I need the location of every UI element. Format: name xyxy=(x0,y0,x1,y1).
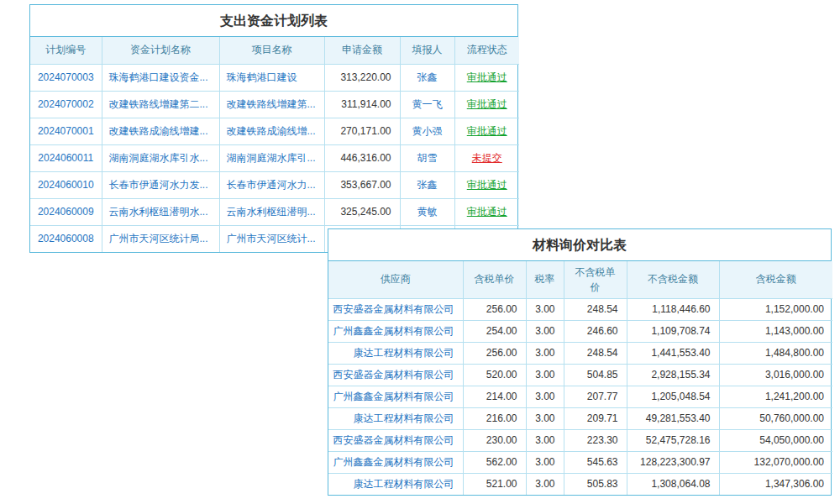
material-cell-tax-rate: 3.00 xyxy=(526,386,564,407)
expense-cell-project-name[interactable]: 改建铁路成渝线增... xyxy=(219,118,324,144)
material-cell-price-excl-tax: 545.63 xyxy=(564,451,627,473)
expense-cell-project-name[interactable]: 湖南洞庭湖水库引... xyxy=(219,144,324,171)
expense-table-body: 2024070003珠海鹤港口建设资金...珠海鹤港口建设313,220.00张… xyxy=(30,64,519,252)
material-cell-amount-excl-tax: 1,441,553.40 xyxy=(627,342,719,364)
material-table-row: 西安盛器金属材料有限公司230.003.00223.3052,475,728.1… xyxy=(328,429,832,451)
material-table-row: 康达工程材料有限公司256.003.00248.541,441,553.401,… xyxy=(328,342,832,364)
material-col-supplier: 供应商 xyxy=(328,261,463,298)
material-cell-amount-incl-tax: 1,152,000.00 xyxy=(719,298,832,320)
expense-cell-filler[interactable]: 黄一飞 xyxy=(400,91,454,118)
material-cell-price-excl-tax: 504.85 xyxy=(564,364,627,386)
expense-cell-filler[interactable]: 胡雪 xyxy=(400,144,454,171)
expense-cell-plan-name[interactable]: 改建铁路线增建第二... xyxy=(102,91,219,118)
material-col-price-incl-tax: 含税单价 xyxy=(463,261,526,298)
material-cell-supplier[interactable]: 康达工程材料有限公司 xyxy=(328,342,463,364)
expense-cell-project-name[interactable]: 改建铁路线增建第... xyxy=(219,91,324,118)
material-cell-supplier[interactable]: 西安盛器金属材料有限公司 xyxy=(328,298,463,320)
material-cell-amount-incl-tax: 1,484,800.00 xyxy=(719,342,832,364)
material-cell-amount-incl-tax: 50,760,000.00 xyxy=(719,407,832,429)
material-cell-amount-excl-tax: 49,281,553.40 xyxy=(627,407,719,429)
material-cell-supplier[interactable]: 广州鑫鑫金属材料有限公司 xyxy=(328,386,463,407)
material-table-row: 康达工程材料有限公司216.003.00209.7149,281,553.405… xyxy=(328,407,832,429)
material-cell-tax-rate: 3.00 xyxy=(526,298,564,320)
material-header-row: 供应商含税单价税率不含税单价不含税金额含税金额 xyxy=(328,261,832,298)
material-table-row: 广州鑫鑫金属材料有限公司214.003.00207.771,205,048.54… xyxy=(328,386,832,407)
expense-cell-plan-id[interactable]: 2024070002 xyxy=(30,91,102,118)
material-cell-price-incl-tax: 521.00 xyxy=(463,473,526,495)
expense-cell-status[interactable]: 审批通过 xyxy=(454,91,519,118)
material-inquiry-title: 材料询价对比表 xyxy=(328,229,831,261)
material-cell-price-excl-tax: 505.83 xyxy=(564,473,627,495)
expense-cell-plan-id[interactable]: 2024060010 xyxy=(30,171,102,198)
expense-cell-filler[interactable]: 张鑫 xyxy=(400,64,454,91)
expense-col-filler: 填报人 xyxy=(400,37,454,64)
material-cell-tax-rate: 3.00 xyxy=(526,429,564,451)
expense-cell-project-name[interactable]: 长春市伊通河水力... xyxy=(219,171,324,198)
expense-cell-status[interactable]: 审批通过 xyxy=(454,198,519,225)
material-cell-supplier[interactable]: 康达工程材料有限公司 xyxy=(328,407,463,429)
material-cell-supplier[interactable]: 广州鑫鑫金属材料有限公司 xyxy=(328,451,463,473)
expense-cell-plan-name[interactable]: 云南水利枢纽潜明水... xyxy=(102,198,219,225)
material-cell-supplier[interactable]: 西安盛器金属材料有限公司 xyxy=(328,429,463,451)
expense-cell-plan-id[interactable]: 2024060011 xyxy=(30,144,102,171)
expense-table-row: 2024070001改建铁路成渝线增建...改建铁路成渝线增...270,171… xyxy=(30,118,519,144)
material-cell-amount-incl-tax: 1,143,000.00 xyxy=(719,320,832,342)
material-table-row: 康达工程材料有限公司521.003.00505.831,308,064.081,… xyxy=(328,473,832,495)
material-cell-price-incl-tax: 230.00 xyxy=(463,429,526,451)
material-cell-price-incl-tax: 562.00 xyxy=(463,451,526,473)
expense-cell-apply-amount: 353,667.00 xyxy=(324,171,400,198)
material-cell-supplier[interactable]: 西安盛器金属材料有限公司 xyxy=(328,364,463,386)
material-cell-price-incl-tax: 256.00 xyxy=(463,342,526,364)
expense-cell-project-name[interactable]: 珠海鹤港口建设 xyxy=(219,64,324,91)
material-cell-amount-incl-tax: 132,070,000.00 xyxy=(719,451,832,473)
expense-cell-plan-id[interactable]: 2024070001 xyxy=(30,118,102,144)
expense-col-project-name: 项目名称 xyxy=(219,37,324,64)
material-table-body: 西安盛器金属材料有限公司256.003.00248.541,118,446.60… xyxy=(328,298,832,495)
expense-cell-plan-id[interactable]: 2024070003 xyxy=(30,64,102,91)
expense-cell-plan-name[interactable]: 珠海鹤港口建设资金... xyxy=(102,64,219,91)
material-cell-price-incl-tax: 256.00 xyxy=(463,298,526,320)
material-cell-amount-incl-tax: 1,241,200.00 xyxy=(719,386,832,407)
material-cell-price-excl-tax: 246.60 xyxy=(564,320,627,342)
material-cell-tax-rate: 3.00 xyxy=(526,451,564,473)
expense-cell-filler[interactable]: 黄敏 xyxy=(400,198,454,225)
expense-plan-panel: 支出资金计划列表 计划编号资金计划名称项目名称申请金额填报人流程状态 20240… xyxy=(29,4,518,253)
expense-cell-project-name[interactable]: 广州市天河区统计... xyxy=(219,225,324,252)
expense-cell-plan-name[interactable]: 湖南洞庭湖水库引水... xyxy=(102,144,219,171)
expense-cell-plan-name[interactable]: 广州市天河区统计局... xyxy=(102,225,219,252)
material-cell-supplier[interactable]: 广州鑫鑫金属材料有限公司 xyxy=(328,320,463,342)
material-cell-amount-excl-tax: 1,109,708.74 xyxy=(627,320,719,342)
expense-cell-plan-id[interactable]: 2024060009 xyxy=(30,198,102,225)
material-cell-price-excl-tax: 248.54 xyxy=(564,298,627,320)
expense-cell-status[interactable]: 审批通过 xyxy=(454,171,519,198)
expense-cell-status[interactable]: 审批通过 xyxy=(454,118,519,144)
expense-cell-status[interactable]: 审批通过 xyxy=(454,64,519,91)
expense-cell-plan-name[interactable]: 改建铁路成渝线增建... xyxy=(102,118,219,144)
material-cell-tax-rate: 3.00 xyxy=(526,364,564,386)
material-cell-price-excl-tax: 207.77 xyxy=(564,386,627,407)
material-cell-supplier[interactable]: 康达工程材料有限公司 xyxy=(328,473,463,495)
material-table-row: 广州鑫鑫金属材料有限公司254.003.00246.601,109,708.74… xyxy=(328,320,832,342)
material-cell-amount-excl-tax: 2,928,155.34 xyxy=(627,364,719,386)
expense-cell-apply-amount: 446,316.00 xyxy=(324,144,400,171)
expense-col-plan-name: 资金计划名称 xyxy=(102,37,219,64)
expense-cell-plan-id[interactable]: 2024060008 xyxy=(30,225,102,252)
expense-col-apply-amount: 申请金额 xyxy=(324,37,400,64)
material-cell-amount-excl-tax: 1,308,064.08 xyxy=(627,473,719,495)
material-cell-amount-incl-tax: 54,050,000.00 xyxy=(719,429,832,451)
expense-cell-status[interactable]: 未提交 xyxy=(454,144,519,171)
material-table-row: 广州鑫鑫金属材料有限公司562.003.00545.63128,223,300.… xyxy=(328,451,832,473)
material-cell-price-incl-tax: 520.00 xyxy=(463,364,526,386)
expense-cell-apply-amount: 311,914.00 xyxy=(324,91,400,118)
expense-table-row: 2024060009云南水利枢纽潜明水...云南水利枢纽潜明...325,245… xyxy=(30,198,519,225)
material-cell-price-incl-tax: 216.00 xyxy=(463,407,526,429)
expense-header-row: 计划编号资金计划名称项目名称申请金额填报人流程状态 xyxy=(30,37,519,64)
expense-table-row: 2024060010长春市伊通河水力发...长春市伊通河水力...353,667… xyxy=(30,171,519,198)
expense-cell-filler[interactable]: 黄小强 xyxy=(400,118,454,144)
material-cell-amount-excl-tax: 52,475,728.16 xyxy=(627,429,719,451)
expense-cell-project-name[interactable]: 云南水利枢纽潜明... xyxy=(219,198,324,225)
material-inquiry-panel: 材料询价对比表 供应商含税单价税率不含税单价不含税金额含税金额 西安盛器金属材料… xyxy=(328,228,832,496)
expense-cell-filler[interactable]: 张鑫 xyxy=(400,171,454,198)
expense-col-status: 流程状态 xyxy=(454,37,519,64)
expense-cell-plan-name[interactable]: 长春市伊通河水力发... xyxy=(102,171,219,198)
